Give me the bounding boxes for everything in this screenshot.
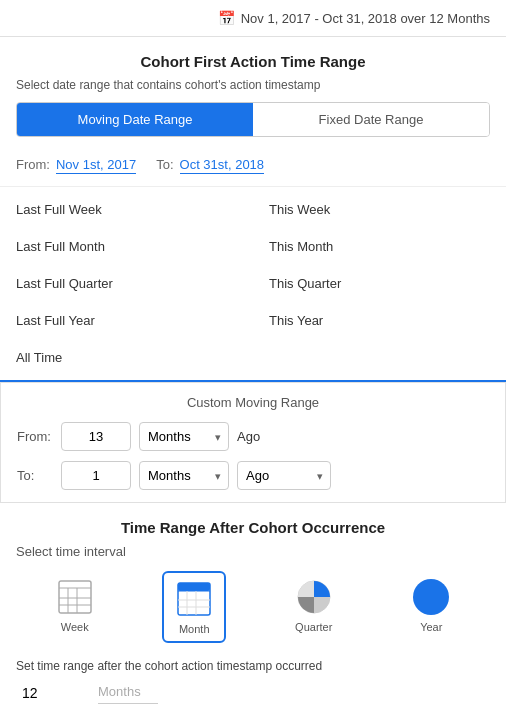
quick-last-full-year[interactable]: Last Full Year [0,302,253,339]
year-icon-circle [413,579,449,615]
quick-this-quarter[interactable]: This Quarter [253,265,506,302]
quick-row-2: Last Full Month This Month [0,228,506,265]
from-item: From: Nov 1st, 2017 [16,157,136,174]
to-item: To: Oct 31st, 2018 [156,157,264,174]
custom-from-label: From: [17,429,53,444]
from-to-row: From: Nov 1st, 2017 To: Oct 31st, 2018 [0,149,506,187]
year-icon [411,577,451,617]
custom-to-input[interactable] [61,461,131,490]
custom-from-unit-wrapper: Days Weeks Months Quarters Years [139,422,229,451]
from-label: From: [16,157,50,172]
custom-from-row: From: Days Weeks Months Quarters Years A… [17,422,489,451]
svg-rect-0 [59,581,91,613]
to-label: To: [156,157,173,172]
custom-to-ago-select[interactable]: Ago From Now [237,461,331,490]
set-range-label: Set time range after the cohort action t… [16,659,490,673]
interval-week-label: Week [61,621,89,633]
week-icon [55,577,95,617]
interval-quarter-label: Quarter [295,621,332,633]
main-content: Cohort First Action Time Range Select da… [0,37,506,704]
quick-this-year[interactable]: This Year [253,302,506,339]
date-range-display: 📅 Nov 1, 2017 - Oct 31, 2018 over 12 Mon… [218,10,490,26]
quick-this-week[interactable]: This Week [253,191,506,228]
quick-row-4: Last Full Year This Year [0,302,506,339]
set-range-input[interactable] [16,681,86,704]
to-value[interactable]: Oct 31st, 2018 [180,157,265,174]
top-bar: 📅 Nov 1, 2017 - Oct 31, 2018 over 12 Mon… [0,0,506,37]
custom-from-unit-select[interactable]: Days Weeks Months Quarters Years [139,422,229,451]
quick-last-full-month[interactable]: Last Full Month [0,228,253,265]
date-range-tabs: Moving Date Range Fixed Date Range [16,102,490,137]
quick-options: Last Full Week This Week Last Full Month… [0,187,506,382]
tab-fixed-date-range[interactable]: Fixed Date Range [253,103,489,136]
quick-row-3: Last Full Quarter This Quarter [0,265,506,302]
interval-quarter[interactable]: Quarter [284,571,344,643]
custom-to-label: To: [17,468,53,483]
quick-last-full-week[interactable]: Last Full Week [0,191,253,228]
custom-moving-range: Custom Moving Range From: Days Weeks Mon… [0,382,506,503]
custom-range-title: Custom Moving Range [17,395,489,410]
interval-month-label: Month [179,623,210,635]
interval-year[interactable]: Year [401,571,461,643]
interval-week[interactable]: Week [45,571,105,643]
month-icon [174,579,214,619]
custom-to-ago-wrapper: Ago From Now [237,461,331,490]
custom-to-unit-select[interactable]: Days Weeks Months Quarters Years [139,461,229,490]
quick-last-full-quarter[interactable]: Last Full Quarter [0,265,253,302]
set-range-row: Months [16,681,490,704]
cohort-section-title: Cohort First Action Time Range [0,37,506,78]
interval-month[interactable]: Month [162,571,226,643]
interval-year-label: Year [420,621,442,633]
cohort-section-subtitle: Select date range that contains cohort's… [0,78,506,102]
custom-from-input[interactable] [61,422,131,451]
quarter-icon [294,577,334,617]
svg-rect-7 [178,583,210,591]
interval-icons: Week Month [16,571,490,643]
quick-all-time[interactable]: All Time [0,339,506,376]
tab-moving-date-range[interactable]: Moving Date Range [17,103,253,136]
date-range-text: Nov 1, 2017 - Oct 31, 2018 over 12 Month… [241,11,490,26]
quick-row-1: Last Full Week This Week [0,191,506,228]
custom-from-suffix: Ago [237,429,260,444]
time-range-section: Time Range After Cohort Occurrence Selec… [0,503,506,704]
set-range-unit: Months [98,684,158,704]
calendar-icon: 📅 [218,10,235,26]
custom-to-row: To: Days Weeks Months Quarters Years Ago… [17,461,489,490]
time-interval-label: Select time interval [16,544,490,559]
time-range-title: Time Range After Cohort Occurrence [16,519,490,536]
custom-to-unit-wrapper: Days Weeks Months Quarters Years [139,461,229,490]
quick-row-5: All Time [0,339,506,376]
quick-this-month[interactable]: This Month [253,228,506,265]
from-value[interactable]: Nov 1st, 2017 [56,157,136,174]
